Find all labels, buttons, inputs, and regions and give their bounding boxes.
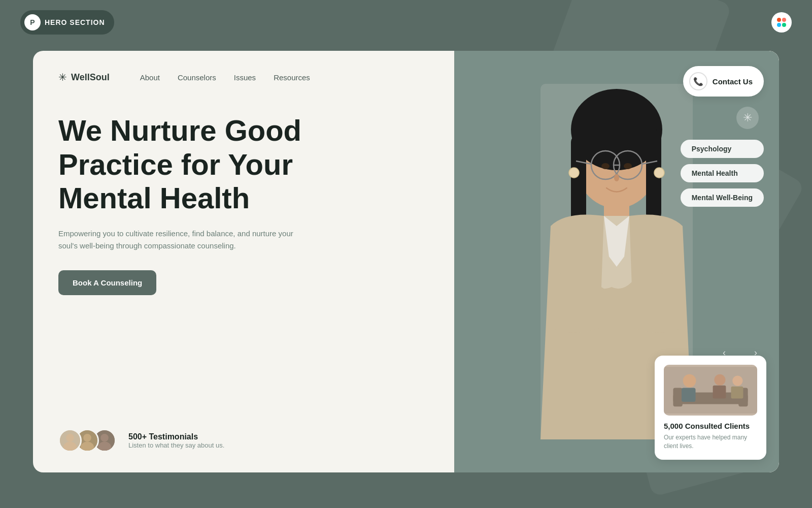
- svg-rect-32: [713, 386, 726, 399]
- tag-pill-psychology[interactable]: Psychology: [681, 140, 764, 158]
- left-content: ✳ WellSoul About Counselors Issues Resou…: [33, 51, 454, 472]
- figma-dot-4: [782, 23, 786, 27]
- nav-link-resources[interactable]: Resources: [274, 73, 310, 82]
- figma-icon[interactable]: [771, 12, 792, 33]
- nav-link-issues[interactable]: Issues: [234, 73, 256, 82]
- consulted-clients-card: 5,000 Consulted Clients Our experts have…: [655, 356, 766, 460]
- svg-rect-34: [731, 387, 743, 399]
- nav-logo-text: WellSoul: [71, 72, 110, 83]
- svg-rect-27: [673, 388, 682, 407]
- testimonial-desc: Listen to what they say about us.: [128, 441, 224, 449]
- tag-pill-mental-health[interactable]: Mental Health: [681, 164, 764, 182]
- decorative-asterisk-icon: ✳: [736, 107, 759, 129]
- svg-point-5: [81, 442, 94, 452]
- figma-dot-3: [777, 23, 781, 27]
- figma-dots: [777, 18, 786, 27]
- svg-point-31: [714, 374, 725, 386]
- figma-dot-2: [782, 18, 786, 22]
- hero-section-badge: P HERO SECTION: [20, 10, 114, 35]
- svg-point-29: [683, 374, 696, 388]
- svg-point-23: [569, 168, 579, 178]
- book-counseling-button[interactable]: Book A Counseling: [58, 270, 156, 295]
- testimonial-count: 500+ Testimonials: [128, 432, 224, 441]
- svg-point-21: [624, 163, 632, 169]
- svg-point-1: [66, 434, 74, 442]
- nav-logo: ✳ WellSoul: [58, 71, 110, 83]
- testimonials-row: 500+ Testimonials Listen to what they sa…: [58, 429, 429, 452]
- card-desc: Our experts have helped many client live…: [664, 433, 757, 451]
- svg-point-7: [100, 434, 109, 442]
- avatar-1: [58, 429, 82, 452]
- hero-label-text: HERO SECTION: [45, 18, 105, 26]
- nav-logo-icon: ✳: [58, 71, 67, 83]
- navigation: ✳ WellSoul About Counselors Issues Resou…: [58, 71, 429, 83]
- card-image: [664, 365, 757, 416]
- nav-link-counselors[interactable]: Counselors: [178, 73, 216, 82]
- contact-btn-text: Contact Us: [713, 77, 753, 86]
- right-section: 📞 Contact Us ✳ Psychology Mental Health …: [454, 51, 779, 472]
- nav-links: About Counselors Issues Resources: [140, 73, 310, 82]
- figma-dot-1: [777, 18, 781, 22]
- hero-heading: We Nurture Good Practice for Your Mental…: [58, 114, 343, 215]
- phone-icon: 📞: [689, 72, 707, 90]
- session-illustration: [664, 365, 757, 416]
- card-title: 5,000 Consulted Clients: [664, 422, 757, 430]
- svg-point-22: [614, 174, 619, 181]
- tag-pills-container: Psychology Mental Health Mental Well-Bei…: [681, 140, 764, 207]
- testimonial-text: 500+ Testimonials Listen to what they sa…: [128, 432, 224, 449]
- svg-point-8: [98, 442, 111, 452]
- svg-point-2: [63, 442, 77, 452]
- tag-pill-mental-wellbeing[interactable]: Mental Well-Being: [681, 188, 764, 207]
- main-card: ✳ WellSoul About Counselors Issues Resou…: [33, 51, 779, 472]
- top-bar: P HERO SECTION: [20, 10, 792, 35]
- svg-rect-30: [682, 388, 696, 402]
- logo-icon: P: [24, 14, 41, 30]
- testimonial-avatars: [58, 429, 110, 452]
- svg-point-20: [601, 163, 610, 169]
- nav-link-about[interactable]: About: [140, 73, 160, 82]
- svg-point-4: [83, 434, 91, 442]
- contact-us-button[interactable]: 📞 Contact Us: [683, 66, 764, 97]
- svg-point-24: [654, 168, 664, 178]
- hero-subtext: Empowering you to cultivate resilience, …: [58, 228, 302, 252]
- svg-point-33: [732, 376, 742, 386]
